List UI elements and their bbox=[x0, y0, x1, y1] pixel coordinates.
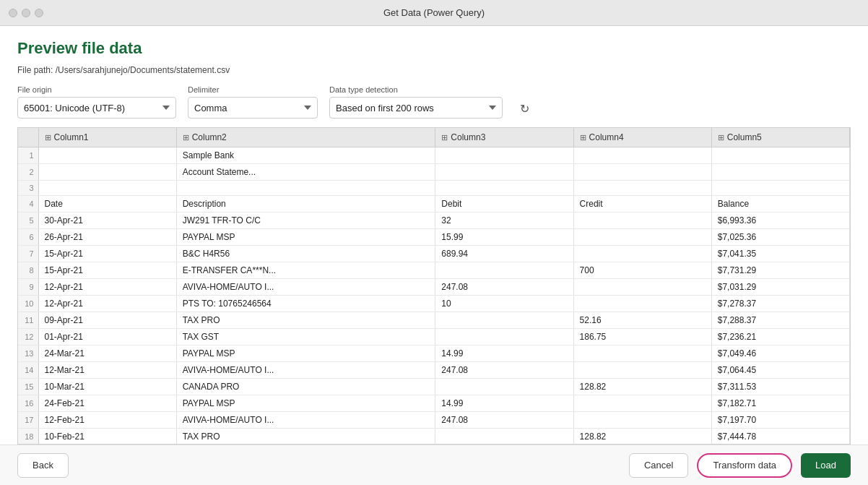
col-header-4: ⊞Column4 bbox=[573, 128, 711, 147]
table-cell: 128.82 bbox=[573, 379, 711, 395]
table-row: 1712-Feb-21AVIVA-HOME/AUTO I...247.08$7,… bbox=[18, 412, 850, 429]
table-cell: 15.99 bbox=[435, 229, 573, 246]
table-cell bbox=[435, 164, 573, 181]
table-cell: $7,031.29 bbox=[711, 279, 849, 296]
table-cell bbox=[435, 379, 573, 395]
table-cell: 12-Apr-21 bbox=[38, 296, 176, 312]
table-cell bbox=[573, 412, 711, 429]
table-row: 1510-Mar-21CANADA PRO128.82$7,311.53 bbox=[18, 379, 850, 395]
data-type-label: Data type detection bbox=[329, 85, 503, 94]
table-cell: 10-Mar-21 bbox=[38, 379, 176, 395]
row-number: 14 bbox=[18, 362, 38, 379]
row-number: 13 bbox=[18, 345, 38, 362]
table-cell bbox=[573, 147, 711, 164]
table-cell: Credit bbox=[573, 196, 711, 213]
table-cell bbox=[573, 181, 711, 196]
row-number: 5 bbox=[18, 213, 38, 229]
table-row: 3 bbox=[18, 181, 850, 196]
cancel-button[interactable]: Cancel bbox=[629, 453, 688, 478]
table-cell bbox=[435, 329, 573, 345]
table-cell: 10-Feb-21 bbox=[38, 429, 176, 445]
col4-icon: ⊞ bbox=[580, 133, 586, 142]
row-number: 16 bbox=[18, 395, 38, 412]
table-cell: CANADA PRO bbox=[176, 379, 435, 395]
table-cell: Description bbox=[176, 196, 435, 213]
table-cell: $7,182.71 bbox=[711, 395, 849, 412]
table-cell: TAX GST bbox=[176, 329, 435, 345]
table-cell: 128.82 bbox=[573, 429, 711, 445]
row-number: 17 bbox=[18, 412, 38, 429]
table-cell: 247.08 bbox=[435, 279, 573, 296]
table-cell: 30-Apr-21 bbox=[38, 213, 176, 229]
transform-data-button[interactable]: Transform data bbox=[697, 453, 792, 478]
table-cell: AVIVA-HOME/AUTO I... bbox=[176, 279, 435, 296]
table-cell bbox=[38, 147, 176, 164]
load-button[interactable]: Load bbox=[801, 453, 851, 478]
table-cell: $6,993.36 bbox=[711, 213, 849, 229]
data-type-group: Data type detection Based on first 200 r… bbox=[329, 85, 503, 119]
table-cell: AVIVA-HOME/AUTO I... bbox=[176, 412, 435, 429]
table-cell: 12-Feb-21 bbox=[38, 412, 176, 429]
table-cell: Balance bbox=[711, 196, 849, 213]
col-header-2: ⊞Column2 bbox=[176, 128, 435, 147]
table-cell: Account Stateme... bbox=[176, 164, 435, 181]
back-button[interactable]: Back bbox=[17, 453, 69, 478]
table-cell: $7,025.36 bbox=[711, 229, 849, 246]
table-cell: 09-Apr-21 bbox=[38, 312, 176, 329]
table-cell: Sample Bank bbox=[176, 147, 435, 164]
table-cell: PAYPAL MSP bbox=[176, 345, 435, 362]
minimize-button[interactable] bbox=[22, 9, 30, 17]
row-number: 1 bbox=[18, 147, 38, 164]
table-cell bbox=[711, 147, 849, 164]
file-origin-group: File origin 65001: Unicode (UTF-8) bbox=[17, 85, 176, 119]
data-type-select[interactable]: Based on first 200 rows bbox=[329, 97, 503, 119]
col2-icon: ⊞ bbox=[183, 133, 189, 142]
row-number: 3 bbox=[18, 181, 38, 196]
row-number: 9 bbox=[18, 279, 38, 296]
refresh-button[interactable]: ↻ bbox=[514, 98, 534, 119]
col-header-3: ⊞Column3 bbox=[435, 128, 573, 147]
table-cell: 689.94 bbox=[435, 246, 573, 262]
dialog-footer: Back Cancel Transform data Load bbox=[0, 445, 868, 485]
table-cell: $7,444.78 bbox=[711, 429, 849, 445]
table-cell: 10 bbox=[435, 296, 573, 312]
row-number: 15 bbox=[18, 379, 38, 395]
table-cell: 700 bbox=[573, 262, 711, 279]
table-cell bbox=[435, 181, 573, 196]
col1-icon: ⊞ bbox=[45, 133, 51, 142]
table-cell bbox=[573, 246, 711, 262]
close-button[interactable] bbox=[9, 9, 17, 17]
table-cell: $7,041.35 bbox=[711, 246, 849, 262]
table-cell: 32 bbox=[435, 213, 573, 229]
table-cell bbox=[573, 296, 711, 312]
table-row: 2Account Stateme... bbox=[18, 164, 850, 181]
table-cell: 12-Mar-21 bbox=[38, 362, 176, 379]
delimiter-group: Delimiter Comma bbox=[188, 85, 318, 119]
maximize-button[interactable] bbox=[35, 9, 43, 17]
row-number: 12 bbox=[18, 329, 38, 345]
table-cell bbox=[711, 164, 849, 181]
file-origin-select[interactable]: 65001: Unicode (UTF-8) bbox=[17, 97, 176, 119]
delimiter-select[interactable]: Comma bbox=[188, 97, 318, 119]
table-row: 1012-Apr-21PTS TO: 1076524656410$7,278.3… bbox=[18, 296, 850, 312]
table-cell: 01-Apr-21 bbox=[38, 329, 176, 345]
table-cell: B&C H4R56 bbox=[176, 246, 435, 262]
table-cell bbox=[176, 181, 435, 196]
table-cell: $7,064.45 bbox=[711, 362, 849, 379]
table-cell bbox=[435, 429, 573, 445]
table-cell bbox=[573, 345, 711, 362]
table-cell: $7,049.46 bbox=[711, 345, 849, 362]
table-cell bbox=[435, 147, 573, 164]
row-number: 11 bbox=[18, 312, 38, 329]
table-cell: Debit bbox=[435, 196, 573, 213]
delimiter-label: Delimiter bbox=[188, 85, 318, 94]
table-cell bbox=[573, 395, 711, 412]
table-cell: 12-Apr-21 bbox=[38, 279, 176, 296]
preview-table: ⊞Column1 ⊞Column2 ⊞Column3 ⊞Column4 ⊞Col… bbox=[18, 128, 850, 445]
table-row: 626-Apr-21PAYPAL MSP15.99$7,025.36 bbox=[18, 229, 850, 246]
row-number: 2 bbox=[18, 164, 38, 181]
table-cell: 26-Apr-21 bbox=[38, 229, 176, 246]
table-cell: $7,731.29 bbox=[711, 262, 849, 279]
table-row: 1109-Apr-21TAX PRO52.16$7,288.37 bbox=[18, 312, 850, 329]
row-number: 18 bbox=[18, 429, 38, 445]
